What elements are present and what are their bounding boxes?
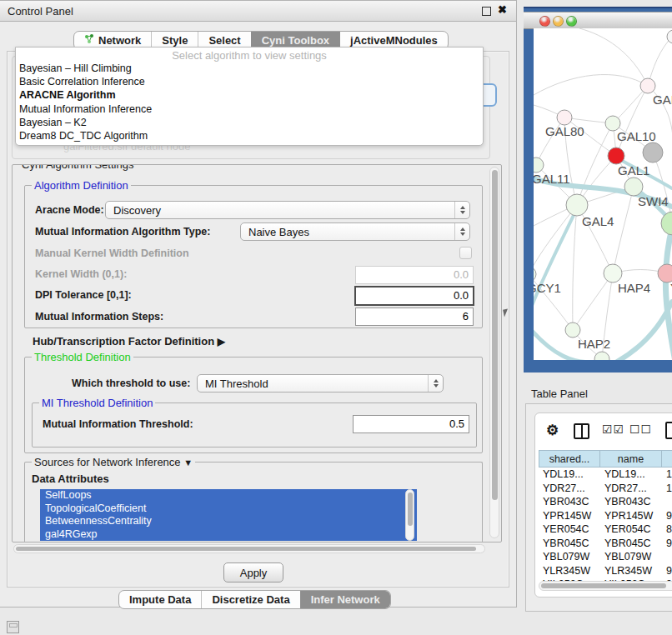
panel-title: Control Panel bbox=[8, 5, 73, 18]
network-node[interactable] bbox=[661, 212, 672, 235]
tab-label: Cyni Toolbox bbox=[262, 34, 329, 47]
tab-discretize-data[interactable]: Discretize Data bbox=[201, 591, 299, 608]
tab-infer-network[interactable]: Infer Network bbox=[300, 591, 390, 608]
mi-algorithm-type-label: Mutual Information Algorithm Type: bbox=[35, 226, 210, 238]
table-row[interactable]: YBR045CYBR045C9. bbox=[539, 537, 672, 551]
mi-steps-input[interactable]: 6 bbox=[355, 308, 474, 326]
float-panel-icon[interactable] bbox=[482, 7, 491, 16]
network-node-gal4[interactable] bbox=[566, 194, 588, 216]
algorithm-option[interactable]: ARACNE Algorithm bbox=[16, 88, 483, 102]
mi-algorithm-type-select[interactable]: Naive Bayes bbox=[240, 222, 470, 241]
column-header[interactable]: shared... bbox=[539, 450, 600, 468]
data-attributes-label: Data Attributes bbox=[32, 472, 109, 485]
node-label: GAL4 bbox=[582, 214, 614, 228]
minimize-window-icon[interactable] bbox=[553, 16, 564, 27]
table-row[interactable]: YLR345WYLR345W9. bbox=[539, 564, 672, 578]
algorithm-option[interactable]: Bayesian – Hill Climbing bbox=[16, 62, 483, 75]
mi-algorithm-type-value: Naive Bayes bbox=[248, 226, 309, 238]
table-cell: YBL079W bbox=[600, 551, 662, 562]
network-node-y[interactable] bbox=[658, 264, 672, 282]
column-split-icon[interactable] bbox=[574, 423, 589, 439]
kernel-width-input[interactable]: 0.0 bbox=[355, 266, 474, 284]
data-attribute-item[interactable]: TopologicalCoefficient bbox=[40, 502, 417, 516]
gear-icon[interactable]: ⚙ bbox=[546, 422, 559, 439]
combo-arrows-icon bbox=[428, 375, 443, 392]
network-node-gal80[interactable] bbox=[557, 110, 572, 125]
expand-down-icon: ▼ bbox=[183, 458, 193, 468]
network-canvas[interactable]: GALGAL80GAL10GAL1GAL11SWI4GAL4GCY1HAP4YH… bbox=[534, 28, 672, 360]
mi-threshold-input[interactable]: 0.5 bbox=[353, 415, 469, 433]
settings-horizontal-scrollbar[interactable] bbox=[13, 544, 485, 553]
cyni-settings-title: Cyni Algorithm Settings bbox=[19, 164, 136, 171]
cyni-algorithm-settings-group: Cyni Algorithm Settings Algorithm Defini… bbox=[12, 164, 502, 542]
algorithm-option[interactable]: Dream8 DC_TDC Algorithm bbox=[16, 129, 483, 142]
manual-kernel-width-checkbox[interactable] bbox=[459, 247, 472, 259]
algorithm-dropdown-popup: Select algorithm to view settings Bayesi… bbox=[15, 47, 484, 146]
sources-title[interactable]: Sources for Network Inference ▼ bbox=[32, 456, 195, 468]
which-threshold-select[interactable]: MI Threshold bbox=[197, 374, 444, 392]
algorithm-option[interactable]: Mutual Information Inference bbox=[16, 102, 483, 116]
table-cell: YDR27... bbox=[600, 482, 662, 494]
table-cell: YBL079W bbox=[539, 551, 600, 562]
table-cell: YBR043C bbox=[600, 496, 662, 508]
network-node-gal1[interactable] bbox=[608, 148, 624, 164]
network-window-titlebar[interactable] bbox=[524, 12, 672, 29]
network-node[interactable] bbox=[643, 142, 663, 162]
network-node-hap4[interactable] bbox=[604, 264, 622, 282]
hub-definition-toggle[interactable]: Hub/Transcription Factor Definition ▶ bbox=[33, 335, 225, 348]
algorithm-option[interactable]: Basic Correlation Inference bbox=[16, 75, 483, 88]
table-row[interactable]: YBR043CYBR043C bbox=[539, 495, 672, 509]
close-panel-icon[interactable]: ✖ bbox=[498, 3, 507, 16]
network-node[interactable] bbox=[594, 352, 609, 360]
control-panel-titlebar[interactable]: Control Panel ✖ bbox=[0, 1, 516, 22]
network-node-gcy1[interactable] bbox=[534, 267, 536, 282]
table-cell: YER054C bbox=[539, 523, 600, 535]
which-threshold-label: Which threshold to use: bbox=[72, 378, 190, 389]
table-row[interactable]: YPR145WYPR145W9. bbox=[539, 509, 672, 523]
table-row[interactable]: YDR27...YDR27...12 bbox=[539, 482, 672, 496]
data-attributes-list: SelfLoopsTopologicalCoefficientBetweenne… bbox=[40, 489, 417, 541]
data-attribute-item[interactable]: BetweennessCentrality bbox=[40, 515, 417, 528]
aracne-mode-select[interactable]: Discovery bbox=[105, 201, 470, 219]
data-attribute-item[interactable]: gal4RGexp bbox=[40, 528, 417, 542]
settings-vertical-scrollbar[interactable] bbox=[489, 167, 499, 538]
node-label: GAL1 bbox=[618, 163, 649, 178]
table-row[interactable]: YDL19...YDL19...13 bbox=[539, 468, 672, 482]
dpi-tolerance-label: DPI Tolerance [0,1]: bbox=[35, 289, 132, 301]
dpi-tolerance-input[interactable]: 0.0 bbox=[354, 286, 474, 306]
table-cell: YBR045C bbox=[600, 538, 662, 549]
minimized-panel-icon[interactable] bbox=[7, 621, 19, 633]
table-cell: 9. bbox=[662, 538, 672, 549]
attributes-list-scrollbar[interactable] bbox=[405, 489, 414, 541]
threshold-definition-group: Threshold Definition Which threshold to … bbox=[24, 357, 483, 453]
file-icon[interactable] bbox=[665, 422, 672, 439]
node-label: HAP4 bbox=[618, 281, 650, 295]
network-edge bbox=[534, 74, 648, 95]
network-node-hap2[interactable] bbox=[565, 322, 580, 338]
table-cell: 13 bbox=[662, 468, 672, 480]
column-header[interactable]: name bbox=[600, 450, 662, 468]
close-window-icon[interactable] bbox=[539, 16, 550, 27]
unchecked-columns-icon[interactable]: ☐☐ bbox=[629, 422, 652, 436]
algorithm-option[interactable]: Bayesian – K2 bbox=[16, 116, 483, 129]
mi-steps-label: Mutual Information Steps: bbox=[35, 311, 163, 322]
control-panel-window: Control Panel ✖ galFiltered.sif default … bbox=[0, 0, 517, 608]
network-node-gal[interactable] bbox=[640, 78, 655, 93]
mi-threshold-definition-group: MI Threshold Definition Mutual Informati… bbox=[32, 402, 477, 448]
table-cell: YPR145W bbox=[600, 510, 662, 522]
table-cell: 9. bbox=[662, 565, 672, 577]
apply-button[interactable]: Apply bbox=[223, 562, 283, 582]
tab-impute-data[interactable]: Impute Data bbox=[119, 591, 201, 608]
sources-group: Sources for Network Inference ▼ Data Att… bbox=[24, 462, 483, 542]
maximize-window-icon[interactable] bbox=[566, 16, 577, 27]
network-edge bbox=[613, 187, 634, 273]
table-row[interactable]: YBL079WYBL079W bbox=[539, 550, 672, 564]
table-cell: YER054C bbox=[600, 523, 662, 535]
network-edge bbox=[573, 205, 577, 330]
table-horizontal-scrollbar[interactable] bbox=[539, 581, 672, 591]
column-header[interactable] bbox=[662, 450, 672, 468]
table-row[interactable]: YER054CYER054C8. bbox=[539, 522, 672, 537]
network-node-swi4[interactable] bbox=[624, 178, 643, 196]
data-attribute-item[interactable]: SelfLoops bbox=[40, 489, 417, 502]
checked-columns-icon[interactable]: ☑☑ bbox=[602, 422, 624, 436]
